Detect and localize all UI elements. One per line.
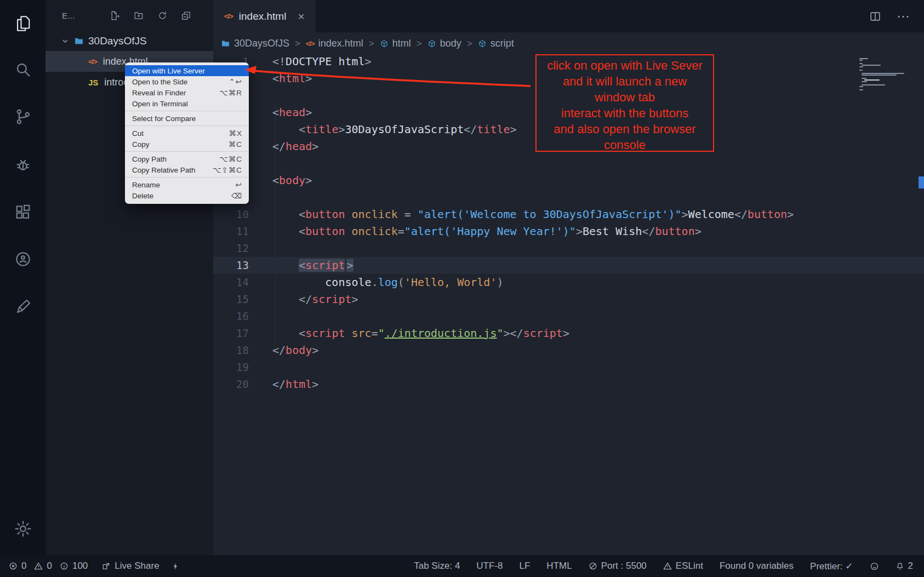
breadcrumb-separator-icon: > bbox=[368, 38, 375, 49]
language-status[interactable]: HTML bbox=[546, 561, 572, 572]
menu-separator bbox=[125, 111, 249, 111]
line-number: 18 bbox=[213, 342, 249, 359]
context-menu-item[interactable]: Select for Compare bbox=[125, 113, 249, 124]
split-editor-icon[interactable] bbox=[869, 10, 881, 22]
line-number: 20 bbox=[213, 376, 249, 393]
info-icon bbox=[60, 562, 69, 570]
html-file-icon: </> bbox=[88, 58, 97, 66]
context-menu-item[interactable]: Open to the Side⌃↩ bbox=[125, 76, 249, 87]
folder-icon bbox=[221, 39, 230, 48]
minimap[interactable] bbox=[859, 58, 910, 90]
variables-status[interactable]: Found 0 variables bbox=[720, 561, 794, 572]
explorer-header: E... bbox=[45, 0, 213, 31]
tab-bar: </> index.html × ⋯ bbox=[213, 0, 924, 32]
feedback-pen-icon[interactable] bbox=[14, 298, 32, 316]
new-file-icon[interactable] bbox=[110, 10, 121, 21]
line-number: 10 bbox=[213, 206, 249, 223]
code-line: 11 <button onclick="alert('Happy New Yea… bbox=[213, 223, 924, 240]
warning-icon bbox=[34, 562, 43, 570]
symbol-cube-icon bbox=[380, 39, 389, 48]
annotation-note: click on open with Live Sever and it wil… bbox=[535, 54, 714, 152]
line-number: 17 bbox=[213, 325, 249, 342]
line-number: 16 bbox=[213, 308, 249, 325]
context-menu-item[interactable]: Copy⌘C bbox=[125, 139, 249, 150]
breadcrumb-separator-icon: > bbox=[294, 38, 301, 49]
menu-separator bbox=[125, 151, 249, 152]
live-share-icon[interactable] bbox=[14, 250, 32, 268]
context-menu-item[interactable]: Open in Terminal bbox=[125, 98, 249, 109]
prettier-status[interactable]: Prettier: ✓ bbox=[810, 561, 853, 572]
errors-status[interactable]: 0 bbox=[9, 561, 26, 572]
context-menu-item[interactable]: Reveal in Finder⌥⌘R bbox=[125, 87, 249, 98]
menu-separator bbox=[125, 125, 249, 126]
line-number: 12 bbox=[213, 240, 249, 257]
bolt-icon[interactable] bbox=[172, 562, 180, 571]
chevron-down-icon bbox=[61, 37, 70, 45]
new-folder-icon[interactable] bbox=[134, 10, 144, 21]
code-line: 10 <button onclick = "alert('Welcome to … bbox=[213, 206, 924, 223]
collapse-all-icon[interactable] bbox=[181, 10, 191, 21]
eol-status[interactable]: LF bbox=[520, 561, 531, 572]
live-share-status[interactable]: Live Share bbox=[102, 561, 159, 572]
context-menu-item[interactable]: Copy Path⌥⌘C bbox=[125, 153, 249, 164]
line-number: 13 bbox=[213, 257, 249, 274]
error-icon bbox=[9, 562, 18, 570]
line-number: 15 bbox=[213, 291, 249, 308]
code-line: 20</html> bbox=[213, 376, 924, 393]
eslint-status[interactable]: ESLint bbox=[663, 561, 703, 572]
code-line: 19 bbox=[213, 359, 924, 376]
code-line: 14 console.log('Hello, World') bbox=[213, 274, 924, 291]
symbol-cube-icon bbox=[478, 39, 487, 48]
extensions-icon[interactable] bbox=[14, 203, 32, 221]
notifications-status[interactable]: 2 bbox=[896, 561, 913, 572]
tab-label: index.html bbox=[239, 10, 287, 22]
bell-icon bbox=[896, 562, 904, 571]
breadcrumb-item-folder[interactable]: 30DaysOfJS bbox=[221, 38, 289, 49]
close-icon[interactable]: × bbox=[298, 10, 304, 22]
context-menu-item[interactable]: Delete⌫ bbox=[125, 190, 249, 201]
tab-size-status[interactable]: Tab Size: 4 bbox=[414, 561, 460, 572]
context-menu: Open with Live ServerOpen to the Side⌃↩R… bbox=[125, 62, 249, 204]
line-number: 11 bbox=[213, 223, 249, 240]
html-file-icon: </> bbox=[306, 39, 315, 48]
code-line: 18</body> bbox=[213, 342, 924, 359]
vscode-window: E... bbox=[0, 0, 924, 577]
breadcrumb-separator-icon: > bbox=[466, 38, 473, 49]
share-icon bbox=[102, 562, 111, 570]
context-menu-item[interactable]: Rename↩ bbox=[125, 179, 249, 190]
breadcrumb: 30DaysOfJS > </> index.html > html > bod… bbox=[213, 32, 924, 55]
explorer-icon[interactable] bbox=[14, 14, 32, 33]
breadcrumb-item-script[interactable]: script bbox=[478, 38, 514, 49]
settings-gear-icon[interactable] bbox=[14, 519, 32, 538]
context-menu-item[interactable]: Copy Relative Path⌥⇧⌘C bbox=[125, 164, 249, 175]
overview-ruler-marker bbox=[919, 176, 924, 188]
breadcrumb-separator-icon: > bbox=[416, 38, 423, 49]
warnings-status[interactable]: 0 bbox=[34, 561, 52, 572]
context-menu-item[interactable]: Open with Live Server bbox=[125, 65, 249, 76]
port-status[interactable]: Port : 5500 bbox=[589, 561, 647, 572]
status-bar: 0 0 100 Live Share Tab Size: 4 UTF-8 LF … bbox=[0, 555, 924, 577]
feedback-smiley-icon[interactable] bbox=[870, 562, 879, 571]
html-file-icon: </> bbox=[224, 12, 233, 20]
context-menu-item[interactable]: Cut⌘X bbox=[125, 128, 249, 139]
refresh-icon[interactable] bbox=[157, 10, 168, 21]
code-line: 7 bbox=[213, 155, 924, 172]
source-control-icon[interactable] bbox=[14, 107, 32, 126]
code-line: 9 bbox=[213, 189, 924, 206]
info-status[interactable]: 100 bbox=[60, 561, 88, 572]
breadcrumb-item-html[interactable]: html bbox=[380, 38, 411, 49]
run-debug-icon[interactable] bbox=[14, 156, 32, 174]
warning-icon bbox=[663, 562, 672, 570]
tree-folder-30daysofjs[interactable]: 30DaysOfJS bbox=[45, 31, 213, 51]
activity-bar bbox=[0, 0, 45, 555]
breadcrumb-item-body[interactable]: body bbox=[427, 38, 461, 49]
code-line: 17 <script src="./introduction.js"></scr… bbox=[213, 325, 924, 342]
search-icon[interactable] bbox=[14, 60, 32, 79]
folder-icon bbox=[74, 36, 84, 46]
code-line: 12 bbox=[213, 240, 924, 257]
code-line: 13 <script> bbox=[213, 257, 924, 274]
breadcrumb-item-file[interactable]: </> index.html bbox=[306, 38, 363, 49]
line-number: 14 bbox=[213, 274, 249, 291]
encoding-status[interactable]: UTF-8 bbox=[476, 561, 503, 572]
tab-index-html[interactable]: </> index.html × bbox=[213, 0, 316, 32]
